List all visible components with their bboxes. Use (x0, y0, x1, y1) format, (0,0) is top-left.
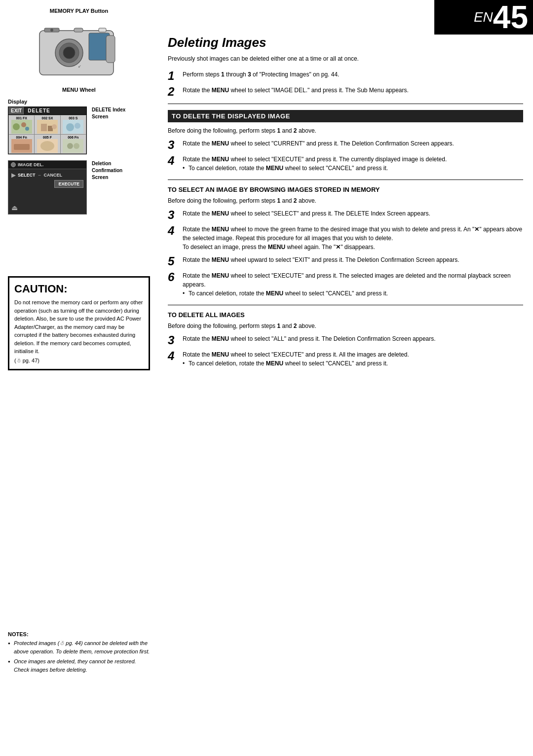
notes-list: Protected images (☃ pg. 44) cannot be de… (8, 639, 150, 674)
delete-index-screen: EXIT DELETE 001 FX (8, 107, 87, 154)
svg-point-18 (52, 124, 57, 129)
step-6b-bullet1: To cancel deletion, rotate the MENU whee… (183, 289, 523, 298)
svg-point-9 (50, 29, 53, 32)
section-header-browsing: TO SELECT AN IMAGE BY BROWSING IMAGES ST… (168, 186, 523, 193)
step-4c-num: 4 (168, 350, 179, 362)
caution-title: CAUTION: (14, 283, 144, 295)
right-column: Deleting Images Previously shot images c… (158, 0, 533, 381)
deletion-conf-label: Deletion Confirmation Screen (92, 160, 126, 181)
step-6b-num: 6 (168, 271, 179, 283)
step-4a-num: 4 (168, 155, 179, 167)
step-3c-num: 3 (168, 334, 179, 346)
step-3c: 3 Rotate the MENU wheel to select "ALL" … (168, 334, 523, 346)
step-3b: 3 Rotate the MENU wheel to select "SELEC… (168, 209, 523, 221)
before-all-text: Before doing the following, perform step… (168, 322, 523, 330)
svg-point-21 (75, 123, 80, 129)
step-4a-text: Rotate the MENU wheel to select "EXECUTE… (183, 155, 523, 174)
display-label: Display (8, 99, 150, 105)
menu-wheel-label: MENU Wheel (8, 87, 150, 93)
delete-index-header: EXIT DELETE (8, 107, 86, 115)
step-4a-bullet1: To cancel deletion, rotate the MENU whee… (183, 164, 523, 173)
before-displayed-text: Before doing the following, perform step… (168, 126, 523, 135)
step-3b-num: 3 (168, 209, 179, 221)
divider-1 (168, 104, 523, 104)
step-4c: 4 Rotate the MENU wheel to select "EXECU… (168, 350, 523, 369)
step-4c-bullet1: To cancel deletion, rotate the MENU whee… (183, 359, 523, 368)
thumb-005: 005 F (35, 135, 60, 153)
step-4b-text: Rotate the MENU wheel to move the green … (183, 225, 523, 252)
section-header-delete-displayed: TO DELETE THE DISPLAYED IMAGE (168, 110, 523, 122)
thumb-002: 002 SX (35, 115, 60, 134)
conf-top-bar: IMAGE DEL. (8, 161, 86, 169)
svg-point-13 (21, 122, 26, 127)
svg-point-27 (67, 143, 73, 149)
note-item-1: Protected images (☃ pg. 44) cannot be de… (8, 639, 150, 655)
svg-rect-23 (14, 144, 30, 150)
delete-index-label: DELETE Index Screen (92, 107, 126, 120)
svg-point-20 (66, 123, 74, 131)
camera-illustration: ↙ (25, 16, 133, 85)
svg-point-25 (40, 141, 54, 151)
divider-2 (168, 180, 523, 180)
eject-icon: ⏏ (11, 204, 18, 212)
svg-point-14 (25, 127, 29, 131)
thumb-003: 003 S (61, 115, 86, 134)
conf-select-row: ▶ SELECT – CANCEL (11, 172, 83, 179)
divider-3 (168, 305, 523, 305)
conf-dash: – (38, 173, 41, 178)
thumb-img-003 (63, 120, 83, 134)
thumb-006: 006 Fn (61, 135, 86, 153)
conf-select-label: SELECT (18, 173, 36, 178)
memory-play-label: MEMORY PLAY Button (8, 8, 150, 14)
thumb-img-004 (11, 139, 32, 153)
left-column: MEMORY PLAY Button ↙ MENU Wheel (0, 0, 158, 215)
step-4b-num: 4 (168, 225, 179, 237)
step-1-text: Perform steps 1 through 3 of "Protecting… (183, 70, 523, 79)
camera-area: MEMORY PLAY Button ↙ MENU Wheel (8, 8, 150, 93)
step-6b-text: Rotate the MENU wheel to select "EXECUTE… (183, 271, 523, 299)
thumb-img-002 (37, 120, 58, 134)
caution-box: CAUTION: Do not remove the memory card o… (8, 276, 150, 370)
step-5b-text: Rotate the MENU wheel upward to select "… (183, 255, 523, 264)
step-5b: 5 Rotate the MENU wheel upward to select… (168, 255, 523, 267)
step-3c-text: Rotate the MENU wheel to select "ALL" an… (183, 334, 523, 343)
conf-execute-label: EXECUTE (54, 180, 83, 188)
conf-arrow: ▶ (11, 172, 16, 179)
delete-title: DELETE (25, 107, 86, 114)
page-title: Deleting Images (168, 35, 523, 50)
svg-text:↙: ↙ (78, 64, 81, 69)
conf-icon (11, 162, 16, 167)
caution-text: Do not remove the memory card or perform… (14, 298, 144, 356)
thumb-004: 004 Fn (9, 135, 34, 153)
svg-point-12 (13, 123, 20, 130)
notes-title: NOTES: (8, 631, 150, 637)
svg-point-28 (74, 143, 79, 149)
step-3b-text: Rotate the MENU wheel to select "SELECT"… (183, 209, 523, 218)
thumbnail-grid: 001 FX 002 SX (8, 115, 86, 154)
thumb-img-006 (63, 139, 83, 153)
display-section: Display EXIT DELETE 001 FX (8, 99, 150, 215)
before-browsing-text: Before doing the following, perform step… (168, 196, 523, 205)
conf-spacer (11, 189, 83, 204)
note-item-2: Once images are deleted, they cannot be … (8, 657, 150, 674)
thumb-img-005 (37, 139, 58, 153)
delete-index-screen-area: EXIT DELETE 001 FX (8, 107, 150, 154)
step-6b: 6 Rotate the MENU wheel to select "EXECU… (168, 271, 523, 299)
step-5b-num: 5 (168, 255, 179, 267)
conf-menu-label: IMAGE DEL. (18, 162, 44, 167)
notes-section: NOTES: Protected images (☃ pg. 44) canno… (8, 631, 150, 676)
svg-rect-16 (41, 124, 47, 131)
deletion-conf-screen-area: IMAGE DEL. ▶ SELECT – CANCEL EXECUTE (8, 160, 150, 215)
step-1-num: 1 (168, 70, 179, 82)
thumb-001: 001 FX (9, 115, 34, 134)
caution-ref: (☃ pg. 47) (14, 358, 144, 364)
intro-text: Previously shot images can be deleted ei… (168, 54, 523, 63)
step-2-text: Rotate the MENU wheel to select "IMAGE D… (183, 86, 523, 95)
thumb-img-001 (11, 120, 32, 134)
step-2: 2 Rotate the MENU wheel to select "IMAGE… (168, 86, 523, 98)
deletion-conf-screen: IMAGE DEL. ▶ SELECT – CANCEL EXECUTE (8, 160, 87, 215)
step-2-num: 2 (168, 86, 179, 98)
svg-point-3 (63, 47, 75, 59)
step-3a: 3 Rotate the MENU wheel to select "CURRE… (168, 139, 523, 151)
step-4b: 4 Rotate the MENU wheel to move the gree… (168, 225, 523, 252)
